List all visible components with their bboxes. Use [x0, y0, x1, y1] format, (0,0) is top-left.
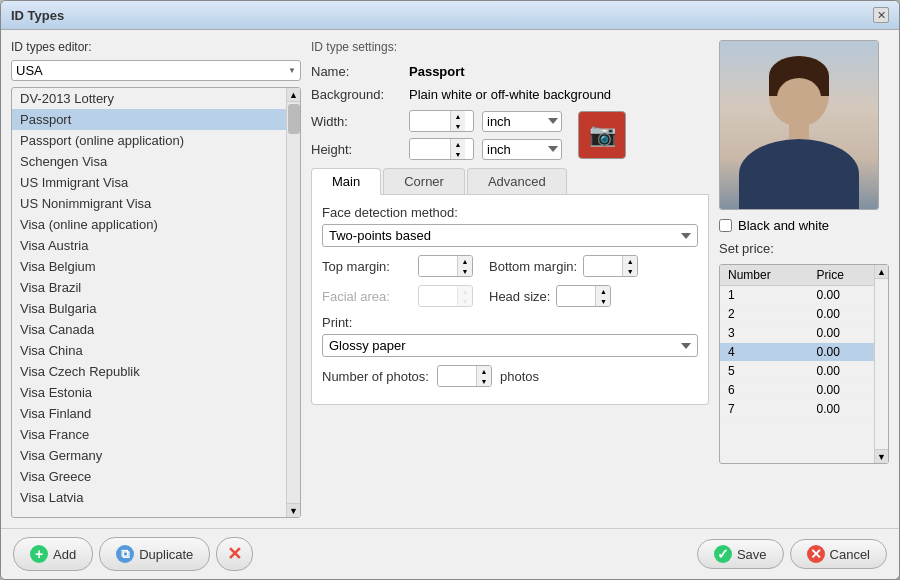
scroll-track	[287, 136, 300, 503]
num-photos-label: Number of photos:	[322, 369, 429, 384]
footer: + Add ⧉ Duplicate ✕ ✓ Save ✕ Cancel	[1, 528, 899, 579]
close-button[interactable]: ✕	[873, 7, 889, 23]
price-row[interactable]: 60.00	[720, 381, 874, 400]
price-row[interactable]: 20.00	[720, 305, 874, 324]
background-label: Background:	[311, 87, 401, 102]
price-row[interactable]: 10.00	[720, 286, 874, 305]
list-item[interactable]: Visa Bulgaria	[12, 298, 286, 319]
bottom-margin-spin: ▲ ▼	[622, 256, 637, 276]
top-margin-down[interactable]: ▼	[458, 266, 472, 276]
height-spin-down[interactable]: ▼	[451, 149, 465, 159]
add-button[interactable]: + Add	[13, 537, 93, 571]
bottom-margin-group: Bottom margin: 0.47 ▲ ▼	[489, 255, 638, 277]
head-size-input-group: 1.37 ▲ ▼	[556, 285, 611, 307]
scroll-down-btn[interactable]: ▼	[287, 503, 300, 517]
top-margin-input-group: 0.16 ▲ ▼	[418, 255, 473, 277]
tab-advanced[interactable]: Advanced	[467, 168, 567, 194]
name-label: Name:	[311, 64, 401, 79]
width-input[interactable]: 2.00	[410, 112, 450, 131]
footer-left: + Add ⧉ Duplicate ✕	[13, 537, 253, 571]
list-item[interactable]: Visa Estonia	[12, 382, 286, 403]
print-select[interactable]: Glossy paper Matte paper Plain paper	[322, 334, 698, 357]
head-shape	[769, 56, 829, 126]
save-button[interactable]: ✓ Save	[697, 539, 784, 569]
head-size-input[interactable]: 1.37	[557, 287, 595, 306]
delete-button[interactable]: ✕	[216, 537, 253, 571]
price-row-price: 0.00	[809, 400, 874, 419]
num-photos-down[interactable]: ▼	[477, 376, 491, 386]
list-item[interactable]: Visa Brazil	[12, 277, 286, 298]
price-scroll-up[interactable]: ▲	[875, 265, 888, 279]
num-photos-up[interactable]: ▲	[477, 366, 491, 376]
head-size-down[interactable]: ▼	[596, 296, 610, 306]
top-margin-input[interactable]: 0.16	[419, 257, 457, 276]
list-item[interactable]: Visa Austria	[12, 235, 286, 256]
price-row-number: 5	[720, 362, 809, 381]
list-item[interactable]: Passport	[12, 109, 286, 130]
list-item[interactable]: Visa France	[12, 424, 286, 445]
list-item[interactable]: Visa Latvia	[12, 487, 286, 508]
height-unit-select[interactable]: inchcmmm	[482, 139, 562, 160]
cancel-button[interactable]: ✕ Cancel	[790, 539, 887, 569]
list-item[interactable]: Visa (online application)	[12, 214, 286, 235]
facial-area-input-group: 0.67 ▲ ▼	[418, 285, 473, 307]
height-spin-up[interactable]: ▲	[451, 139, 465, 149]
height-input[interactable]: 2.00	[410, 140, 450, 159]
photo-template-button[interactable]: 📷	[578, 111, 626, 159]
facial-area-up: ▲	[458, 286, 472, 296]
country-select-value: USA	[16, 63, 288, 78]
list-item[interactable]: US Immigrant Visa	[12, 172, 286, 193]
list-item[interactable]: Passport (online application)	[12, 130, 286, 151]
list-item[interactable]: Visa Greece	[12, 466, 286, 487]
width-row: Width: 2.00 ▲ ▼ inchcmmm	[311, 110, 562, 132]
photo-icon: 📷	[589, 122, 616, 148]
price-row[interactable]: 40.00	[720, 343, 874, 362]
tab-bar: Main Corner Advanced	[311, 168, 709, 195]
head-size-up[interactable]: ▲	[596, 286, 610, 296]
price-row[interactable]: 70.00	[720, 400, 874, 419]
price-scroll-thumb	[875, 279, 888, 449]
list-item[interactable]: Visa Finland	[12, 403, 286, 424]
price-row[interactable]: 30.00	[720, 324, 874, 343]
top-margin-up[interactable]: ▲	[458, 256, 472, 266]
save-label: Save	[737, 547, 767, 562]
list-item[interactable]: Schengen Visa	[12, 151, 286, 172]
width-height-col: Width: 2.00 ▲ ▼ inchcmmm	[311, 110, 562, 160]
bottom-margin-up[interactable]: ▲	[623, 256, 637, 266]
tab-corner[interactable]: Corner	[383, 168, 465, 194]
list-item[interactable]: Visa Czech Republik	[12, 361, 286, 382]
list-item[interactable]: Visa China	[12, 340, 286, 361]
list-item[interactable]: Visa Germany	[12, 445, 286, 466]
num-photos-input[interactable]: 4	[438, 367, 476, 386]
width-unit-select[interactable]: inchcmmm	[482, 111, 562, 132]
width-spin-up[interactable]: ▲	[451, 111, 465, 121]
num-photos-input-group: 4 ▲ ▼	[437, 365, 492, 387]
list-item[interactable]: US Nonimmigrant Visa	[12, 193, 286, 214]
face-detection-section: Face detection method: Two-points based …	[322, 205, 698, 247]
width-spin-down[interactable]: ▼	[451, 121, 465, 131]
black-white-checkbox[interactable]	[719, 219, 732, 232]
price-row[interactable]: 50.00	[720, 362, 874, 381]
id-type-list: DV-2013 LotteryPassportPassport (online …	[12, 88, 286, 517]
tab-main[interactable]: Main	[311, 168, 381, 195]
width-input-group: 2.00 ▲ ▼	[409, 110, 474, 132]
scroll-thumb[interactable]	[288, 104, 300, 134]
height-row: Height: 2.00 ▲ ▼ inchcmmm	[311, 138, 562, 160]
facial-area-input: 0.67	[419, 287, 457, 306]
price-scroll-down[interactable]: ▼	[875, 449, 888, 463]
duplicate-button[interactable]: ⧉ Duplicate	[99, 537, 210, 571]
list-item[interactable]: Visa Belgium	[12, 256, 286, 277]
face-detection-label: Face detection method:	[322, 205, 698, 220]
duplicate-label: Duplicate	[139, 547, 193, 562]
list-scrollbar[interactable]: ▲ ▼	[286, 88, 300, 517]
face-detection-dropdown-wrap: Two-points based Single point Manual	[322, 224, 698, 247]
face-detection-select[interactable]: Two-points based Single point Manual	[322, 224, 698, 247]
country-dropdown-icon[interactable]: ▼	[288, 66, 296, 75]
scroll-up-btn[interactable]: ▲	[287, 88, 300, 102]
bottom-margin-input[interactable]: 0.47	[584, 257, 622, 276]
set-price-label: Set price:	[719, 241, 889, 256]
list-item[interactable]: DV-2013 Lottery	[12, 88, 286, 109]
bottom-margin-down[interactable]: ▼	[623, 266, 637, 276]
list-item[interactable]: Visa Canada	[12, 319, 286, 340]
main-dialog: ID Types ✕ ID types editor: USA ▼ DV-201…	[0, 0, 900, 580]
